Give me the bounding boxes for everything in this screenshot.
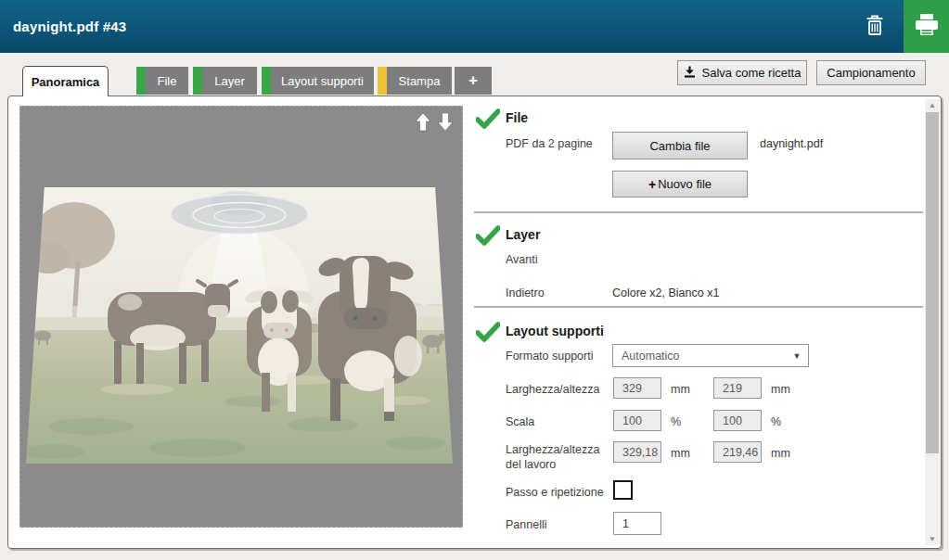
media-format-label: Formato supporti	[506, 350, 593, 363]
scale-x-unit: %	[671, 415, 681, 428]
scale-y-input	[713, 410, 762, 431]
delete-job-button[interactable]	[860, 12, 890, 42]
layer-front-label: Avanti	[506, 253, 538, 266]
tab-stampa-status-bar	[378, 67, 387, 95]
scale-y-unit: %	[771, 415, 781, 428]
tab-stampa-label: Stampa	[387, 67, 452, 95]
new-file-label: Nuovo file	[658, 177, 712, 191]
layout-section-title: Layout supporti	[506, 324, 604, 338]
chevron-down-icon: ▼	[786, 351, 808, 361]
scrollbar-thumb[interactable]	[926, 112, 939, 453]
job-preview-image[interactable]	[26, 187, 453, 464]
plus-icon: +	[648, 177, 656, 192]
job-preview-canvas	[19, 106, 463, 528]
printer-icon	[914, 13, 940, 40]
tab-file[interactable]: File	[136, 67, 188, 95]
tab-file-status-bar	[136, 67, 146, 95]
arrow-up-icon	[415, 121, 431, 134]
layer-back-label: Indietro	[506, 286, 545, 299]
scale-label: Scala	[506, 415, 534, 428]
panels-label: Pannelli	[506, 518, 546, 531]
add-tab-button[interactable]: +	[455, 67, 492, 95]
tab-layout-status-bar	[262, 67, 271, 95]
window-title: daynight.pdf #43	[13, 0, 126, 53]
tab-stampa[interactable]: Stampa	[378, 67, 452, 95]
save-as-recipe-button[interactable]: Salva come ricetta	[677, 60, 807, 85]
new-file-button[interactable]: + Nuovo file	[612, 171, 748, 197]
media-height-input	[713, 377, 762, 399]
step-repeat-checkbox[interactable]	[613, 480, 633, 500]
trash-icon	[864, 14, 886, 41]
layer-section-title: Layer	[506, 227, 540, 242]
scroll-down-arrow[interactable]: ▼	[925, 533, 940, 545]
file-section-title: File	[506, 110, 528, 125]
tab-panoramica[interactable]: Panoramica	[22, 66, 109, 96]
scroll-up-arrow[interactable]: ▲	[925, 99, 940, 111]
layout-check-icon	[476, 322, 500, 342]
layer-check-icon	[476, 225, 500, 246]
page-down-button[interactable]	[437, 112, 454, 132]
media-height-unit: mm	[771, 383, 790, 396]
media-width-unit: mm	[671, 383, 690, 396]
scale-x-input	[613, 410, 661, 431]
job-height-input	[713, 441, 762, 463]
tab-layer-label: Layer	[202, 67, 257, 95]
change-file-button[interactable]: Cambia file	[612, 132, 748, 159]
page-order-controls	[415, 112, 454, 132]
file-check-icon	[476, 108, 500, 129]
media-format-value: Automatico	[613, 350, 786, 363]
panels-input[interactable]	[613, 512, 661, 535]
job-size-label-line1: Larghezza/altezza	[506, 443, 599, 456]
sampling-button[interactable]: Campionamento	[816, 60, 926, 85]
job-size-label-line2: del lavoro	[506, 458, 556, 471]
media-width-input	[613, 377, 661, 399]
media-format-select[interactable]: Automatico ▼	[612, 344, 809, 367]
tab-layer-status-bar	[193, 67, 202, 95]
page-up-button[interactable]	[415, 112, 431, 132]
job-height-unit: mm	[771, 447, 790, 460]
layer-back-value: Colore x2, Bianco x1	[612, 286, 719, 299]
overview-panel: File PDF da 2 pagine Cambia file daynigh…	[7, 95, 942, 549]
media-size-label: Larghezza/altezza	[506, 383, 599, 396]
job-width-unit: mm	[671, 447, 690, 460]
section-divider	[474, 211, 923, 213]
title-bar: daynight.pdf #43	[0, 0, 949, 53]
current-filename: daynight.pdf	[760, 137, 823, 150]
tab-layer[interactable]: Layer	[193, 67, 257, 95]
section-divider	[474, 306, 923, 308]
print-button[interactable]	[904, 0, 949, 53]
save-as-recipe-label: Salva come ricetta	[702, 66, 802, 80]
download-icon	[684, 66, 696, 81]
job-width-input	[613, 441, 661, 463]
tab-file-label: File	[146, 67, 188, 95]
settings-scrollbar[interactable]: ▲ ▼	[925, 99, 940, 545]
arrow-down-icon	[437, 121, 454, 134]
tab-layout-label: Layout supporti	[271, 67, 374, 95]
file-page-info: PDF da 2 pagine	[506, 137, 593, 150]
step-repeat-label: Passo e ripetizione	[506, 486, 604, 499]
tab-layout-supporti[interactable]: Layout supporti	[262, 67, 374, 95]
